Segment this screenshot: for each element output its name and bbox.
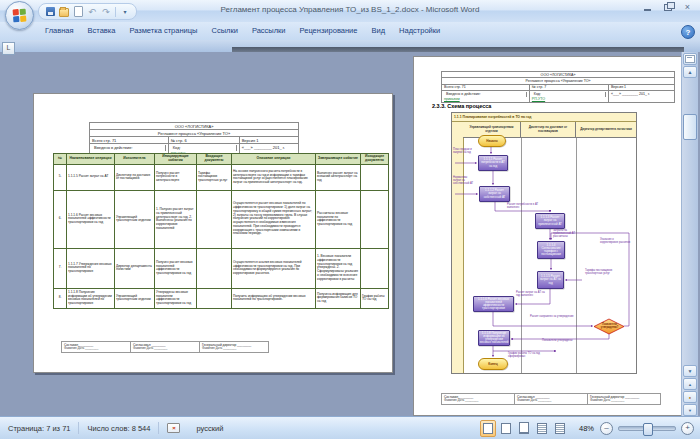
page-number-status[interactable]: Страница: 7 из 71 (0, 424, 78, 433)
signature-block: Составил ________Фамилия Дата ________Со… (61, 341, 269, 353)
flow-node-op2: 1.1.1.2 Расчет затрат на собственный АТ (479, 186, 510, 202)
header-version: Версия 1 (609, 85, 674, 90)
select-browse-object-button[interactable]: ● (683, 391, 697, 403)
proofing-status[interactable]: × (159, 423, 188, 433)
restore-button[interactable] (661, 3, 674, 12)
table-row: 6.1.1.1.6 Расчет весовых показателей эфф… (54, 190, 389, 248)
edge-label: Нормативы затрат на собственный АТ (453, 177, 476, 186)
draft-icon (555, 423, 565, 434)
org-name: ООО «ЛОГИСТИКА» (90, 123, 298, 130)
status-bar: Страница: 7 из 71 Число слов: 8 544 × ру… (0, 416, 700, 439)
qat-dropdown-button[interactable]: ▾ (120, 7, 130, 17)
zoom-slider-track[interactable] (618, 426, 676, 431)
table-column-header: № (54, 154, 67, 165)
tab-stop-selector[interactable]: L (2, 42, 15, 55)
save-button[interactable] (45, 7, 55, 17)
ribbon-tab-row: Главная Вставка Разметка страницы Ссылки… (0, 22, 700, 40)
tab-home[interactable]: Главная (38, 23, 81, 39)
help-button[interactable]: ? (681, 25, 695, 39)
table-cell: Тарифы поставщиков транспортных услуг (197, 164, 232, 190)
view-print-layout-button[interactable] (480, 420, 496, 437)
section-heading: 2.3.3. Схема процесса (432, 103, 491, 109)
quick-access-toolbar: ↶ ↷ ▾ (38, 3, 137, 20)
restore-icon (664, 4, 672, 11)
table-cell (197, 190, 232, 248)
operations-table-wrap: №Наименование операцииИсполнительИнициир… (53, 153, 388, 309)
edge-label: Затраты на привлеченный АТ рассчитаны (553, 230, 581, 239)
table-cell: 1.1.1.8 Получение информации об утвержде… (67, 288, 115, 308)
table-cell: Управляющий транспортным отделом (115, 190, 155, 248)
tab-page-layout[interactable]: Разметка страницы (122, 23, 204, 39)
document-header-box: ООО «ЛОГИСТИКА» Регламент процесса «Упра… (89, 122, 299, 157)
tab-review[interactable]: Рецензирование (293, 23, 365, 39)
open-folder-icon (59, 8, 69, 17)
table-column-header: Инициирующие события (155, 154, 197, 165)
flow-node-op3: 1.1.1.3 Расчет затрат на привлеченный АТ (535, 213, 565, 229)
close-button[interactable]: × (681, 3, 694, 12)
zoom-out-button[interactable]: – (600, 422, 613, 435)
vertical-scrollbar[interactable]: ▲ ▼ ▲ ● ▼ (681, 52, 698, 417)
header-date: «___» ________ 201_ г. (609, 91, 674, 102)
table-cell: 6. (54, 190, 67, 248)
word-window: { "window": { "title": "Регламент процес… (0, 0, 700, 439)
document-page-6[interactable]: ООО «ЛОГИСТИКА» Регламент процесса «Упра… (33, 93, 393, 373)
table-column-header: Входящие документы (197, 154, 232, 165)
edge-label: Расчет потребности в АТ выполнен (507, 204, 545, 210)
redo-button[interactable]: ↷ (101, 7, 111, 17)
header-effective: Введено в действие: приказом (442, 91, 530, 102)
header-version: Версия 1 (240, 137, 298, 143)
language-status[interactable]: русский (188, 424, 231, 433)
table-cell: Выполнен расчет затрат на внешний автотр… (316, 164, 361, 190)
open-button[interactable] (59, 7, 69, 17)
zoom-in-button[interactable]: + (681, 422, 694, 435)
next-page-button[interactable]: ▼ (683, 404, 697, 416)
document-page-7[interactable]: ООО «ЛОГИСТИКА» Регламент процесса «Упра… (413, 56, 695, 416)
new-document-button[interactable] (73, 7, 83, 17)
table-cell: Рассчитаны весовые показатели по эффекти… (316, 190, 361, 248)
view-web-layout-button[interactable] (516, 420, 532, 437)
tab-view[interactable]: Вид (364, 23, 392, 39)
flow-node-op4: 1.1.1.4 Согласование тарифов с поставщик… (537, 241, 565, 259)
tab-references[interactable]: Ссылки (204, 23, 244, 39)
web-layout-icon (519, 422, 529, 434)
word-count-status[interactable]: Число слов: 8 544 (79, 424, 158, 433)
table-cell (361, 164, 389, 190)
zoom-level-label[interactable]: 48% (570, 424, 598, 433)
minimize-icon (644, 9, 651, 11)
view-draft-button[interactable] (552, 420, 568, 437)
table-cell: Управляющий транспортным отделом (115, 288, 155, 308)
signature-block: Составил ________Фамилия Дата ________Со… (441, 393, 661, 405)
tab-insert[interactable]: Вставка (81, 23, 123, 39)
signature-cell: Согласовал ________Фамилия Дата ________ (130, 341, 200, 353)
window-controls: × (641, 3, 694, 12)
tab-addins[interactable]: Надстройки (392, 23, 447, 39)
table-row: 8.1.1.1.8 Получение информации об утверж… (54, 288, 389, 308)
print-layout-icon (483, 423, 493, 434)
view-outline-button[interactable] (534, 420, 550, 437)
undo-button[interactable]: ↶ (87, 7, 97, 17)
fullscreen-reading-icon (501, 423, 511, 434)
signature-cell: Генеральный директор ________Фамилия Дат… (587, 393, 661, 405)
scroll-down-button[interactable]: ▼ (683, 365, 697, 377)
header-page-no: № стр. 6 (169, 137, 240, 143)
table-cell: Получен расчет весовых показателей эффек… (155, 248, 197, 288)
qat-separator (115, 7, 116, 17)
view-fullscreen-reading-button[interactable] (498, 420, 514, 437)
edge-label: План продаж и закупок на год (453, 149, 476, 155)
edge-label: Показатели утверждены (542, 340, 586, 343)
ruler-toggle-button[interactable] (683, 53, 697, 65)
office-button[interactable] (5, 1, 34, 30)
scroll-up-button[interactable]: ▲ (683, 66, 697, 78)
table-row: 5.1.1.1.5 Расчет затрат на АТДиспетчер п… (54, 164, 389, 190)
table-cell (361, 190, 389, 248)
edge-label: График работы ТО на год сформирован (508, 353, 552, 359)
signature-cell: Составил ________Фамилия Дата ________ (61, 341, 131, 353)
table-cell (197, 248, 232, 288)
zoom-slider-thumb[interactable] (643, 423, 653, 436)
minimize-button[interactable] (641, 3, 654, 12)
scrollbar-thumb[interactable] (683, 114, 697, 140)
signature-cell: Согласовал ________Фамилия Дата ________ (514, 393, 588, 405)
signature-cell: Генеральный директор ________Фамилия Дат… (199, 341, 269, 353)
previous-page-button[interactable]: ▲ (683, 378, 697, 390)
tab-mailings[interactable]: Рассылки (245, 23, 293, 39)
